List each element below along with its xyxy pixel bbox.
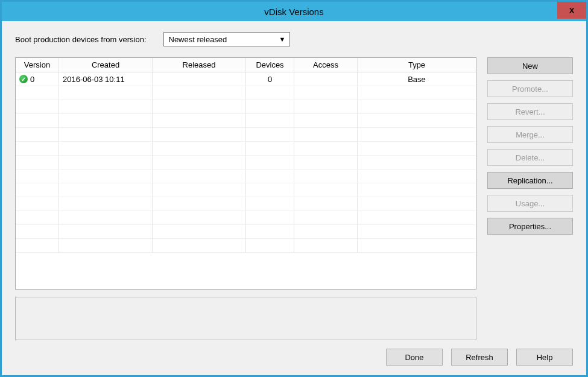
table-row xyxy=(16,183,476,197)
grid-wrap: Version Created Released Devices Access … xyxy=(15,57,476,340)
close-icon: X xyxy=(569,6,575,15)
boot-version-selected: Newest released xyxy=(169,35,227,44)
cell-version-text: 0 xyxy=(30,75,34,84)
col-access[interactable]: Access xyxy=(294,58,358,72)
cell-released xyxy=(153,72,246,86)
middle-area: Version Created Released Devices Access … xyxy=(15,57,573,340)
new-button[interactable]: New xyxy=(487,57,573,74)
boot-label: Boot production devices from version: xyxy=(15,35,147,44)
table-row xyxy=(16,142,476,156)
col-type[interactable]: Type xyxy=(358,58,476,72)
cell-version: ✓ 0 xyxy=(16,72,59,86)
table-row xyxy=(16,211,476,225)
boot-row: Boot production devices from version: Ne… xyxy=(15,32,573,46)
bottom-buttons: Done Refresh Help xyxy=(15,349,573,366)
table-row xyxy=(16,114,476,128)
col-released[interactable]: Released xyxy=(153,58,246,72)
close-button[interactable]: X xyxy=(557,2,586,19)
titlebar: vDisk Versions X xyxy=(2,2,586,21)
table-row xyxy=(16,197,476,211)
table-row xyxy=(16,86,476,100)
vdisk-versions-window: vDisk Versions X Boot production devices… xyxy=(0,0,588,377)
col-version[interactable]: Version xyxy=(16,58,59,72)
col-created[interactable]: Created xyxy=(59,58,153,72)
cell-created: 2016-06-03 10:11 xyxy=(59,72,153,86)
table-row xyxy=(16,169,476,183)
promote-button: Promote... xyxy=(487,80,573,97)
side-buttons: New Promote... Revert... Merge... Delete… xyxy=(487,57,573,340)
table-row[interactable]: ✓ 0 2016-06-03 10:11 0 Base xyxy=(16,72,476,86)
replication-button[interactable]: Replication... xyxy=(487,172,573,189)
table-row xyxy=(16,225,476,239)
table-row xyxy=(16,100,476,114)
table-row xyxy=(16,128,476,142)
revert-button: Revert... xyxy=(487,103,573,120)
help-button[interactable]: Help xyxy=(516,349,573,366)
cell-access xyxy=(294,72,358,86)
grid-header-row: Version Created Released Devices Access … xyxy=(16,58,476,72)
cell-type: Base xyxy=(358,72,476,86)
chevron-down-icon: ▼ xyxy=(279,36,286,43)
usage-button: Usage... xyxy=(487,195,573,212)
client-area: Boot production devices from version: Ne… xyxy=(2,21,586,375)
table-row xyxy=(16,156,476,169)
versions-grid[interactable]: Version Created Released Devices Access … xyxy=(15,57,476,290)
table-row xyxy=(16,239,476,253)
done-button[interactable]: Done xyxy=(386,349,443,366)
window-title: vDisk Versions xyxy=(264,7,323,17)
properties-button[interactable]: Properties... xyxy=(487,218,573,235)
cell-devices: 0 xyxy=(246,72,294,86)
boot-version-select[interactable]: Newest released ▼ xyxy=(163,32,290,46)
details-pane xyxy=(15,297,476,340)
check-circle-icon: ✓ xyxy=(19,75,28,83)
grid-body: ✓ 0 2016-06-03 10:11 0 Base xyxy=(16,72,476,289)
merge-button: Merge... xyxy=(487,126,573,143)
col-devices[interactable]: Devices xyxy=(246,58,294,72)
delete-button: Delete... xyxy=(487,149,573,166)
refresh-button[interactable]: Refresh xyxy=(451,349,508,366)
